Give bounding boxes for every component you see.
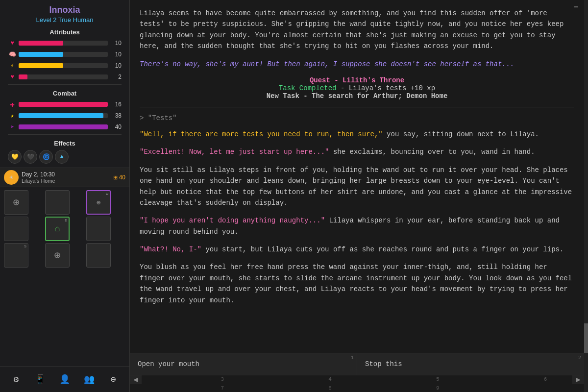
spacer-right [572, 384, 584, 392]
prev-arrow[interactable]: ◄ [130, 375, 142, 384]
task-completed-suffix: - Lilaya's tests +10 xp [336, 84, 435, 92]
minus-icon[interactable]: ⊖ [104, 370, 122, 388]
divider-1 [8, 84, 122, 85]
effect-black[interactable]: 🖤 [24, 150, 37, 164]
effect-arrow[interactable]: ▲ [55, 150, 69, 164]
action-cell-3[interactable] [4, 217, 28, 241]
bolt-icon: ⚡ [8, 61, 17, 70]
right-scrollbar[interactable] [584, 0, 588, 392]
num-cell-5: 5 [411, 375, 465, 384]
combat-section: ✚ 16 ★ 38 ➤ [4, 100, 125, 131]
mana-value: 10 [110, 51, 122, 58]
effects-title: Effects [4, 140, 125, 147]
character-name: Innoxia [4, 5, 125, 15]
effect-heart[interactable]: 💛 [8, 150, 22, 164]
action-cell-8[interactable] [86, 243, 111, 268]
num-cell-6: 6 [518, 375, 572, 384]
quest-new-task: New Task - The search for Arthur; Demon … [140, 92, 574, 100]
story-divider [140, 107, 574, 107]
story-para-final: You blush as you feel her free hand pres… [140, 262, 574, 306]
group-icon[interactable]: 👥 [80, 370, 98, 388]
special-bar [19, 74, 27, 79]
gold-amount: ⊞ 40 [113, 174, 125, 181]
effects-section: 💛 🖤 🌀 ▲ [4, 150, 125, 164]
next-arrow[interactable]: ► [572, 375, 584, 384]
sun-icon: ☀ [4, 170, 19, 185]
settings-icon[interactable]: ⚙ [7, 370, 25, 388]
energy-bar-container [19, 63, 108, 68]
number-bar: ◄ 3 4 5 6 ► [130, 375, 584, 384]
time-bar: ☀ Day 2, 10:30 Lilaya's Home ⊞ 40 [0, 168, 129, 187]
energy-value: 10 [110, 62, 122, 69]
action-cell-7[interactable]: ⊕ [45, 243, 70, 268]
spacer-left [130, 384, 142, 392]
mana-bar-container [19, 52, 108, 57]
task-completed-label: Task Completed [279, 84, 337, 92]
combat-row-star: ★ 38 [8, 111, 122, 120]
action-cell-0[interactable]: ⊕ [4, 190, 28, 215]
attributes-title: Attributes [4, 28, 125, 36]
num-cell-empty9 [518, 384, 572, 392]
num-cell-7: 7 [196, 384, 249, 392]
character-level: Level 2 True Human [4, 16, 125, 24]
sidebar-bottom: ⚙ 📱 👤 👥 ⊖ [0, 366, 129, 392]
choice-row: 1 Open your mouth 2 Stop this [130, 353, 584, 375]
hp-bar-container [19, 102, 108, 107]
arrow-icon: ➤ [8, 122, 17, 131]
narrative-1: you say, sitting down next to Lilaya. [387, 130, 539, 138]
quest-task-completed: Task Completed - Lilaya's tests +10 xp [140, 84, 574, 92]
scroll-top-icon[interactable]: ▬ [574, 2, 578, 10]
sidebar-spacer [0, 270, 129, 366]
num-cell-3: 3 [196, 375, 249, 384]
action-cell-6[interactable]: S [4, 243, 28, 268]
story-dialogue-3: "I hope you aren't doing anything naught… [140, 215, 574, 237]
num-cell-empty7 [357, 384, 411, 392]
action-cell-1[interactable] [45, 190, 70, 215]
arrow-value: 40 [110, 123, 122, 130]
choice-btn-1[interactable]: 1 Open your mouth [130, 353, 357, 375]
action-cell-5[interactable] [86, 217, 111, 241]
mana-bar [19, 52, 63, 57]
person-icon[interactable]: 👤 [56, 370, 74, 388]
choices-area: 1 Open your mouth 2 Stop this ◄ 3 4 5 [130, 353, 584, 392]
choice-label-1: Open your mouth [138, 360, 199, 368]
action-grid: ⊕ ⊕ W ⌂ D S ⊕ [0, 187, 129, 270]
action-cell-4-letter: D [65, 218, 67, 222]
num-cell-empty6 [249, 384, 303, 392]
num-cell-8: 8 [303, 384, 357, 392]
num-cell-empty2 [249, 375, 303, 384]
effect-swirl[interactable]: 🌀 [39, 150, 53, 164]
phone-icon[interactable]: 📱 [31, 370, 49, 388]
gold-icon: ⊞ [113, 174, 118, 181]
star-value: 38 [110, 112, 122, 119]
energy-bar [19, 63, 63, 68]
number-bar-2: 7 8 9 [130, 384, 584, 392]
gold-value: 40 [119, 174, 125, 181]
action-cell-4[interactable]: ⌂ D [45, 217, 70, 241]
choice-btn-2[interactable]: 2 Stop this [357, 353, 584, 375]
num-cell-9: 9 [411, 384, 465, 392]
quest-title: Quest - Lilith's Throne [140, 76, 574, 84]
hp-value: 16 [110, 101, 122, 108]
time-text: Day 2, 10:30 [22, 171, 110, 178]
choice-num-2: 2 [578, 355, 581, 361]
dialogue-pink-3: "What?! No, I-" [140, 245, 201, 253]
combat-title: Combat [4, 90, 125, 97]
story-para-italic: There's no way, she's my aunt! But then … [140, 59, 574, 70]
action-cell-2[interactable]: ⊕ W [86, 190, 111, 215]
home-icon: ⌂ [55, 224, 60, 234]
num-cell-empty [142, 375, 196, 384]
num-cells-2: 7 8 9 [142, 384, 572, 392]
combat-row-arrow: ➤ 40 [8, 122, 122, 131]
combat-row-hp: ✚ 16 [8, 100, 122, 109]
dialogue-pink-1: "Excellent! Now, let me just start up he… [140, 148, 329, 156]
sidebar: Innoxia Level 2 True Human Attributes ♥ … [0, 0, 130, 392]
num-cell-empty4 [465, 375, 518, 384]
story-para-3: You sit still as Lilaya steps in front o… [140, 165, 574, 209]
quest-block: Quest - Lilith's Throne Task Completed -… [140, 76, 574, 100]
brain-icon: 🧠 [8, 50, 17, 59]
character-class: True Human [58, 16, 94, 24]
location-text: Lilaya's Home [22, 178, 110, 184]
action-cell-6-letter: S [24, 244, 26, 248]
story-area[interactable]: ▬ Lilaya seems to have become quite emba… [130, 0, 584, 353]
